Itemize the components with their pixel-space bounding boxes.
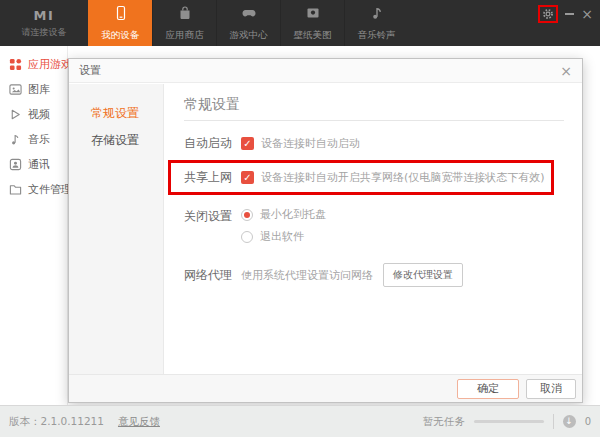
minimize-to-tray-radio[interactable] <box>241 209 253 221</box>
sidebar-item-music[interactable]: 音乐 <box>0 127 67 152</box>
app-content: 应用游戏 图库 视频 音乐 通讯 文件管理 设置 × 常 <box>0 46 600 405</box>
radio-line: 退出软件 <box>241 230 326 243</box>
sidebar-item-video[interactable]: 视频 <box>0 102 67 127</box>
settings-dialog: 设置 × 常规设置 存储设置 常规设置 自动启动 设备连接时自动启动 共享上网 <box>68 58 583 403</box>
contacts-icon <box>9 158 22 171</box>
autostart-option-text: 设备连接时自动启动 <box>261 136 360 151</box>
statusbar: 版本：2.1.0.11211 意见反馈 暂无任务 ↓ 0 <box>0 405 600 437</box>
share-label: 共享上网 <box>184 169 241 186</box>
modify-proxy-button[interactable]: 修改代理设置 <box>383 263 463 287</box>
sidebar-item-gallery[interactable]: 图库 <box>0 77 67 102</box>
settings-gear-button[interactable] <box>542 8 554 20</box>
annotation-box-gear <box>538 5 558 23</box>
share-option-text: 设备连接时自动开启共享网络(仅电脑宽带连接状态下有效) <box>261 170 545 185</box>
exit-software-radio[interactable] <box>241 231 253 243</box>
annotation-box-share: 共享上网 设备连接时自动开启共享网络(仅电脑宽带连接状态下有效) <box>168 160 554 195</box>
divider <box>553 414 554 429</box>
dialog-titlebar: 设置 × <box>69 59 582 83</box>
task-status-text: 暂无任务 <box>423 415 465 429</box>
mi-logo: MI <box>34 8 55 23</box>
tab-label: 音乐铃声 <box>358 29 396 42</box>
version-text: 版本：2.1.0.11211 <box>9 415 104 429</box>
ok-button[interactable]: 确定 <box>457 379 519 399</box>
statusbar-right: 暂无任务 ↓ 0 <box>423 414 591 429</box>
divider <box>184 120 564 121</box>
picture-icon <box>305 5 321 25</box>
sidebar-item-file-manager[interactable]: 文件管理 <box>0 177 67 202</box>
video-icon <box>9 108 22 121</box>
row-network-proxy: 网络代理 使用系统代理设置访问网络 修改代理设置 <box>184 263 463 287</box>
cancel-button[interactable]: 取消 <box>526 379 576 399</box>
phone-icon <box>113 5 129 25</box>
close-settings-label: 关闭设置 <box>184 208 241 225</box>
sidebar-item-label: 音乐 <box>28 132 50 147</box>
section-heading: 常规设置 <box>184 96 240 114</box>
download-count: 0 <box>585 416 591 427</box>
gear-icon <box>542 8 554 20</box>
close-settings-options: 最小化到托盘 退出软件 <box>241 208 326 243</box>
sidebar-item-label: 通讯 <box>28 157 50 172</box>
sidebar-item-label: 文件管理 <box>28 182 72 197</box>
tab-my-device[interactable]: 我的设备 <box>88 0 152 46</box>
folder-icon <box>9 183 22 196</box>
sidebar-item-label: 视频 <box>28 107 50 122</box>
tab-game-center[interactable]: 游戏中心 <box>216 0 280 46</box>
share-checkbox[interactable] <box>241 171 254 184</box>
app-grid-icon <box>9 58 22 71</box>
row-autostart: 自动启动 设备连接时自动启动 <box>184 134 360 152</box>
download-tasks-button[interactable]: ↓ <box>563 415 576 428</box>
dialog-close-button[interactable]: × <box>560 64 572 78</box>
top-tabs: 我的设备 应用商店 游戏中心 壁纸美图 音乐铃声 <box>88 0 408 46</box>
gamepad-icon <box>241 5 257 25</box>
row-close-settings: 关闭设置 最小化到托盘 退出软件 <box>184 208 326 243</box>
sidebar-item-apps-games[interactable]: 应用游戏 <box>0 52 67 77</box>
sidebar-item-contacts[interactable]: 通讯 <box>0 152 67 177</box>
nav-storage-settings[interactable]: 存储设置 <box>69 127 163 154</box>
music-note-icon <box>369 5 385 25</box>
exit-software-label: 退出软件 <box>260 229 304 244</box>
dialog-nav: 常规设置 存储设置 <box>69 84 164 374</box>
tab-music-ringtone[interactable]: 音乐铃声 <box>344 0 408 46</box>
proxy-label: 网络代理 <box>184 267 241 284</box>
dialog-title: 设置 <box>79 63 101 78</box>
sidebar: 应用游戏 图库 视频 音乐 通讯 文件管理 <box>0 46 68 405</box>
minimize-to-tray-label: 最小化到托盘 <box>260 207 326 222</box>
feedback-link[interactable]: 意见反馈 <box>118 415 160 429</box>
autostart-checkbox[interactable] <box>241 137 254 150</box>
dialog-main: 常规设置 自动启动 设备连接时自动启动 共享上网 设备连接时自动开启共享网络(仅… <box>164 84 582 374</box>
tab-app-store[interactable]: 应用商店 <box>152 0 216 46</box>
sidebar-item-label: 应用游戏 <box>28 57 72 72</box>
tab-wallpaper[interactable]: 壁纸美图 <box>280 0 344 46</box>
nav-general-settings[interactable]: 常规设置 <box>69 100 163 127</box>
tab-label: 应用商店 <box>166 29 204 42</box>
window-controls: × <box>538 4 593 24</box>
sidebar-item-label: 图库 <box>28 82 50 97</box>
tab-label: 游戏中心 <box>230 29 268 42</box>
radio-line: 最小化到托盘 <box>241 208 326 221</box>
gallery-icon <box>9 83 22 96</box>
dialog-footer: 确定 取消 <box>69 374 582 402</box>
dialog-body: 常规设置 存储设置 常规设置 自动启动 设备连接时自动启动 共享上网 设备连接时… <box>69 84 582 374</box>
shopping-bag-icon <box>177 5 193 25</box>
topbar: MI 请连接设备 我的设备 应用商店 游戏中心 壁纸美图 <box>0 0 600 46</box>
proxy-description: 使用系统代理设置访问网络 <box>241 268 373 283</box>
autostart-label: 自动启动 <box>184 135 241 152</box>
tab-label: 壁纸美图 <box>294 29 332 42</box>
close-button[interactable]: × <box>581 7 593 21</box>
connect-device-hint: 请连接设备 <box>22 26 67 39</box>
task-progress-bar <box>474 420 544 423</box>
minimize-button[interactable] <box>565 13 574 15</box>
tab-label: 我的设备 <box>102 29 140 42</box>
mi-logo-block: MI 请连接设备 <box>0 0 88 46</box>
music-icon <box>9 133 22 146</box>
